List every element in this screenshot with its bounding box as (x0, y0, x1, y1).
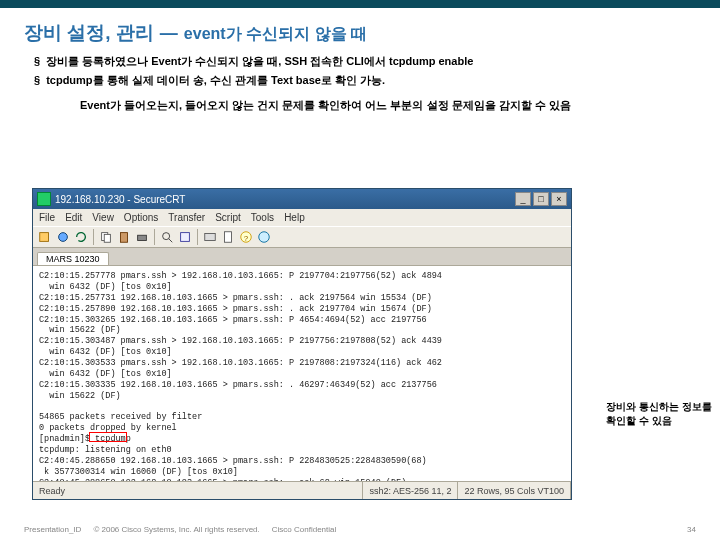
terminal-output[interactable]: C2:10:15.257778 pmars.ssh > 192.168.10.1… (33, 266, 571, 481)
footer-presentation-id: Presentation_ID (24, 525, 81, 534)
copy-icon[interactable] (98, 229, 114, 245)
log-icon[interactable] (220, 229, 236, 245)
menu-transfer[interactable]: Transfer (168, 212, 205, 223)
window-titlebar[interactable]: 192.168.10.230 - SecureCRT _ □ × (33, 189, 571, 209)
title-dash: — (160, 23, 178, 44)
sub-note: Event가 들어오는지, 들어오지 않는 건지 문제를 확인하여 어느 부분의… (80, 97, 696, 114)
session-icon[interactable] (202, 229, 218, 245)
maximize-button[interactable]: □ (533, 192, 549, 206)
menu-bar: File Edit View Options Transfer Script T… (33, 209, 571, 226)
svg-rect-8 (181, 233, 190, 242)
toolbar: ? (33, 226, 571, 248)
window-controls: _ □ × (515, 192, 567, 206)
bullet-text: tcpdump를 통해 실제 데이터 송, 수신 관계를 Text base로 … (46, 73, 385, 88)
status-session: ssh2: AES-256 11, 2 (363, 482, 458, 499)
bullet-item: 장비를 등록하였으나 Event가 수신되지 않을 때, SSH 접속한 CLI… (34, 54, 696, 69)
title-main: 장비 설정, 관리 (24, 20, 154, 46)
about-icon[interactable] (256, 229, 272, 245)
menu-help[interactable]: Help (284, 212, 305, 223)
top-accent-bar (0, 0, 720, 8)
paste-icon[interactable] (116, 229, 132, 245)
find-icon[interactable] (159, 229, 175, 245)
close-button[interactable]: × (551, 192, 567, 206)
status-bar: Ready ssh2: AES-256 11, 2 22 Rows, 95 Co… (33, 481, 571, 499)
callout-note: 장비와 통신하는 정보를 확인할 수 있음 (606, 400, 714, 428)
svg-rect-5 (138, 235, 147, 240)
toolbar-separator (197, 229, 198, 245)
window-title-text: 192.168.10.230 - SecureCRT (55, 194, 511, 205)
svg-line-7 (169, 239, 173, 243)
connect-icon[interactable] (37, 229, 53, 245)
highlight-annotation (89, 432, 127, 442)
menu-edit[interactable]: Edit (65, 212, 82, 223)
bullet-item: tcpdump를 통해 실제 데이터 송, 수신 관계를 Text base로 … (34, 73, 696, 88)
footer-copyright: © 2006 Cisco Systems, Inc. All rights re… (93, 525, 259, 534)
footer-confidential: Cisco Confidential (272, 525, 336, 534)
svg-point-1 (59, 233, 68, 242)
page-number: 34 (687, 525, 696, 534)
reconnect-icon[interactable] (73, 229, 89, 245)
status-ready: Ready (33, 482, 363, 499)
minimize-button[interactable]: _ (515, 192, 531, 206)
svg-rect-4 (121, 233, 128, 243)
svg-rect-3 (104, 234, 110, 242)
menu-tools[interactable]: Tools (251, 212, 274, 223)
terminal-window: 192.168.10.230 - SecureCRT _ □ × File Ed… (32, 188, 572, 500)
svg-point-13 (259, 232, 270, 243)
menu-options[interactable]: Options (124, 212, 158, 223)
svg-rect-0 (40, 233, 49, 242)
session-tab[interactable]: MARS 10230 (37, 252, 109, 265)
status-rows: 22 Rows, 95 Cols VT100 (458, 482, 571, 499)
properties-icon[interactable] (177, 229, 193, 245)
menu-file[interactable]: File (39, 212, 55, 223)
quick-connect-icon[interactable] (55, 229, 71, 245)
svg-rect-9 (205, 234, 216, 241)
slide-footer: Presentation_ID © 2006 Cisco Systems, In… (0, 525, 720, 534)
menu-view[interactable]: View (92, 212, 114, 223)
svg-rect-10 (225, 232, 232, 243)
slide-content: 장비 설정, 관리 — event가 수신되지 않을 때 장비를 등록하였으나 … (0, 8, 720, 113)
print-icon[interactable] (134, 229, 150, 245)
toolbar-separator (93, 229, 94, 245)
window-icon (37, 192, 51, 206)
help-icon[interactable]: ? (238, 229, 254, 245)
svg-point-6 (163, 233, 170, 240)
svg-text:?: ? (244, 234, 249, 243)
toolbar-separator (154, 229, 155, 245)
bullet-list: 장비를 등록하였으나 Event가 수신되지 않을 때, SSH 접속한 CLI… (24, 54, 696, 89)
menu-script[interactable]: Script (215, 212, 241, 223)
title-sub: event가 수신되지 않을 때 (184, 24, 367, 45)
tab-bar: MARS 10230 (33, 248, 571, 266)
bullet-text: 장비를 등록하였으나 Event가 수신되지 않을 때, SSH 접속한 CLI… (46, 54, 473, 69)
slide-title: 장비 설정, 관리 — event가 수신되지 않을 때 (24, 20, 696, 46)
